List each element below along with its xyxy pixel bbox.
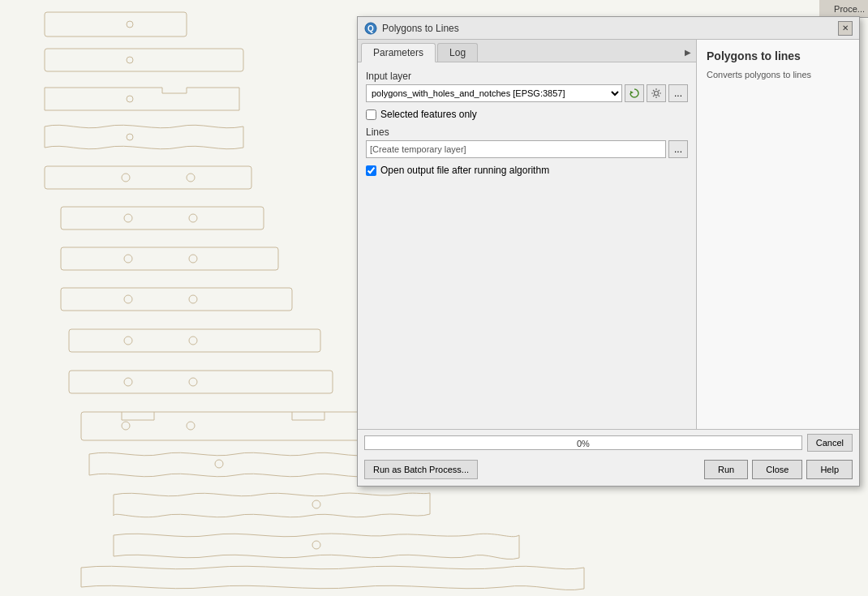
open-output-checkbox[interactable]	[366, 165, 376, 176]
lines-label: Lines	[366, 126, 688, 138]
svg-rect-0	[45, 12, 187, 36]
dialog-title-text: Polygons to Lines	[382, 23, 459, 34]
lines-row: ...	[366, 140, 688, 158]
svg-text:Q: Q	[367, 24, 374, 33]
svg-point-5	[127, 134, 133, 140]
refresh-layer-button[interactable]	[625, 84, 644, 102]
action-buttons: Run Close Help	[704, 460, 853, 479]
svg-point-28	[312, 500, 320, 508]
progress-bar-container: 0%	[364, 435, 802, 450]
browse-lines-icon: ...	[674, 144, 682, 155]
svg-point-22	[124, 378, 132, 386]
svg-point-4	[127, 96, 133, 102]
tab-bar: Parameters Log ▶	[358, 40, 696, 62]
svg-rect-6	[45, 166, 251, 189]
svg-point-25	[122, 422, 130, 430]
svg-point-3	[127, 57, 133, 63]
dialog-left-panel: Parameters Log ▶ Input layer polygons_wi…	[358, 40, 697, 429]
svg-rect-15	[61, 288, 292, 311]
batch-process-button[interactable]: Run as Batch Process...	[364, 460, 478, 479]
dialog: Q Polygons to Lines ✕ Parameters Log ▶ I…	[357, 16, 860, 487]
input-layer-row: polygons_with_holes_and_notches [EPSG:38…	[366, 84, 688, 102]
svg-point-17	[189, 295, 197, 303]
refresh-icon	[629, 88, 640, 99]
selected-features-label[interactable]: Selected features only	[380, 109, 477, 120]
dialog-title-left: Q Polygons to Lines	[364, 22, 459, 35]
svg-rect-2	[45, 49, 243, 71]
info-desc: Converts polygons to lines	[707, 69, 849, 81]
svg-point-26	[187, 422, 195, 430]
help-button[interactable]: Help	[806, 460, 853, 479]
svg-marker-32	[630, 91, 634, 94]
settings-icon	[651, 88, 662, 99]
svg-rect-9	[61, 207, 264, 229]
svg-point-11	[189, 214, 197, 222]
selected-features-checkbox[interactable]	[366, 109, 376, 120]
dialog-titlebar: Q Polygons to Lines ✕	[358, 17, 859, 40]
progress-label: 0%	[365, 436, 801, 451]
run-button[interactable]: Run	[704, 460, 748, 479]
lines-input[interactable]	[366, 140, 666, 158]
close-button[interactable]: Close	[752, 460, 802, 479]
top-bar-label: Proce...	[834, 4, 865, 14]
dialog-footer: 0% Cancel Run as Batch Process... Run Cl…	[358, 429, 859, 486]
browse-lines-button[interactable]: ...	[668, 140, 688, 158]
selected-features-row: Selected features only	[366, 109, 688, 120]
svg-rect-18	[69, 329, 320, 352]
svg-point-27	[215, 460, 223, 468]
parameters-content: Input layer polygons_with_holes_and_notc…	[358, 62, 696, 429]
svg-point-29	[312, 541, 320, 549]
info-title: Polygons to lines	[707, 49, 849, 62]
settings-layer-button[interactable]	[647, 84, 666, 102]
tab-parameters[interactable]: Parameters	[361, 43, 436, 62]
svg-point-16	[124, 295, 132, 303]
svg-point-10	[124, 214, 132, 222]
svg-point-7	[122, 174, 130, 182]
svg-rect-24	[81, 412, 373, 440]
tab-expand-arrow[interactable]: ▶	[680, 43, 696, 62]
svg-point-8	[187, 174, 195, 182]
tab-log[interactable]: Log	[437, 43, 478, 62]
input-layer-label: Input layer	[366, 71, 688, 82]
progress-row: 0% Cancel	[358, 430, 859, 456]
dialog-right-panel: Polygons to lines Converts polygons to l…	[697, 40, 859, 429]
svg-point-19	[124, 337, 132, 345]
qgis-icon: Q	[364, 22, 377, 35]
input-layer-select[interactable]: polygons_with_holes_and_notches [EPSG:38…	[366, 84, 622, 102]
dialog-close-button[interactable]: ✕	[838, 21, 853, 36]
svg-point-20	[189, 337, 197, 345]
cancel-button[interactable]: Cancel	[807, 434, 853, 452]
svg-point-14	[189, 255, 197, 263]
browse-layer-button[interactable]: ...	[668, 84, 688, 102]
dialog-body: Parameters Log ▶ Input layer polygons_wi…	[358, 40, 859, 429]
open-output-label[interactable]: Open output file after running algorithm	[380, 165, 549, 176]
svg-point-23	[189, 378, 197, 386]
svg-point-1	[127, 21, 133, 28]
svg-rect-12	[61, 247, 278, 270]
action-row: Run as Batch Process... Run Close Help	[358, 456, 859, 486]
svg-rect-21	[69, 371, 333, 393]
browse-icon: ...	[674, 88, 682, 99]
svg-point-33	[655, 92, 659, 96]
open-output-row: Open output file after running algorithm	[366, 165, 688, 176]
svg-point-13	[124, 255, 132, 263]
top-bar: Proce...	[819, 0, 868, 18]
